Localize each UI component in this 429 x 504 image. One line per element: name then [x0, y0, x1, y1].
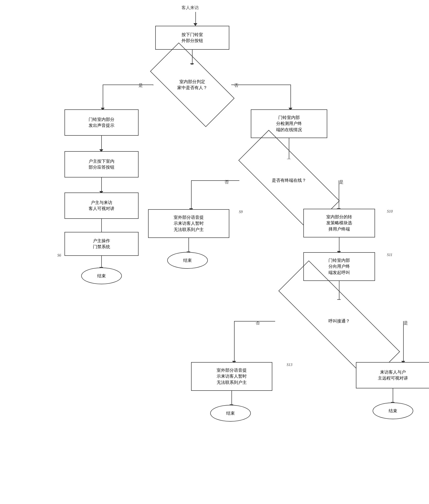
arrow-s3-s4	[101, 136, 102, 150]
s13-box: 室外部分语音提示来访客人暂时无法联系到户主	[191, 362, 272, 391]
s13-step-label: S13	[287, 363, 292, 367]
s4-box: 户主按下室内部分应答按钮	[64, 151, 139, 178]
arrow-s2-no-right	[231, 85, 291, 85]
end2-oval: 结束	[167, 252, 208, 269]
arrow-s12-no-down	[234, 321, 235, 362]
flowchart-diagram: 客人来访 S1 按下门铃室外部分按钮 S2 室内部分判定家中是否有人？ 是 否 …	[0, 0, 429, 504]
s12-yes-label: 是	[404, 320, 408, 326]
arrow-s2-yes-down	[103, 85, 103, 108]
s6-no-label: 否	[224, 179, 229, 185]
s12-diamond: 呼叫接通？	[275, 300, 404, 343]
arrow-s13-end3	[232, 391, 232, 405]
s3-box: 门铃室内部分发出声音提示	[64, 109, 139, 136]
s10-step-label: S10	[387, 209, 393, 214]
s2-yes-label: 是	[139, 82, 143, 88]
arrow-s6-no-down	[191, 180, 192, 209]
s1-box: 按下门铃室外部分按钮	[155, 26, 229, 50]
s6-yes-label: 是	[339, 179, 343, 185]
arrow-s6-yes-down	[339, 180, 339, 209]
arrow-s12-no-left	[234, 321, 275, 322]
s11-step-label: S11	[387, 253, 393, 257]
s9-box: 室外部分语音提示来访客人暂时无法联系到户主	[148, 209, 229, 238]
s2-no-label: 否	[234, 82, 238, 88]
arrow-s2-no-down	[290, 85, 291, 108]
arrow-s2-yes-left	[103, 85, 153, 85]
s2-diamond: 室内部分判定家中是否有人？	[153, 64, 232, 105]
arrow-start-s1	[195, 12, 196, 24]
arrow-s5b-end1	[101, 256, 102, 268]
end1-oval: 结束	[81, 268, 122, 284]
s5b-box: 户主操作门禁系统	[64, 232, 139, 256]
s6-diamond: 是否有终端在线？	[239, 159, 339, 202]
start-label: 客人来访	[181, 5, 199, 10]
arrow-s5-s5b	[101, 219, 102, 233]
end4-oval: 结束	[373, 403, 413, 419]
arrow-s12-yes-down	[403, 321, 404, 362]
s7-box: 门铃室内部分检测用户终端的在线情况	[251, 109, 327, 138]
s9-step-label: S9	[239, 210, 243, 214]
s14-box: 来访客人与户主远程可视对讲	[356, 362, 429, 388]
arrow-s9-end2	[188, 238, 189, 252]
arrow-s14-end4	[393, 388, 393, 403]
arrow-s4-s5	[101, 178, 102, 192]
end3-oval: 结束	[210, 405, 251, 422]
s5-box: 户主与来访客人可视对讲	[64, 192, 139, 219]
s10-box: 室内部分的转发策略模块选择用户终端	[303, 209, 375, 237]
s6-end-step-label: S6	[57, 253, 61, 258]
arrow-s6-no-left	[191, 180, 239, 181]
arrow-s10-s11	[339, 237, 340, 252]
